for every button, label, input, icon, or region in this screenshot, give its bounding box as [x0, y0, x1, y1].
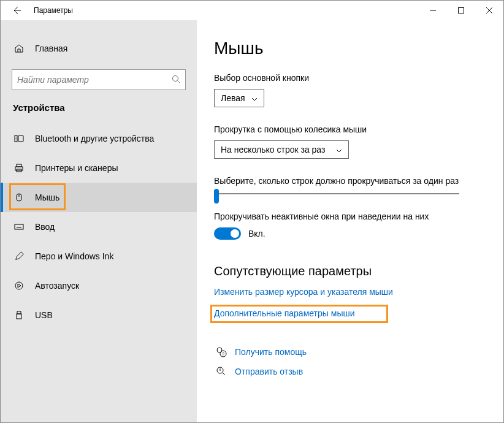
dropdown-value: На несколько строк за раз [221, 145, 325, 154]
home-nav[interactable]: Главная [1, 36, 197, 61]
primary-button-label: Выбор основной кнопки [214, 73, 486, 83]
slider-thumb[interactable] [214, 189, 219, 204]
svg-rect-7 [18, 135, 23, 142]
sidebar-item-label: Принтеры и сканеры [35, 163, 118, 173]
related-header: Сопутствующие параметры [214, 264, 486, 278]
close-button[interactable] [475, 1, 503, 20]
sidebar-item-typing[interactable]: Ввод [1, 212, 197, 242]
home-label: Главная [35, 44, 67, 53]
svg-rect-1 [459, 8, 464, 13]
scroll-dropdown[interactable]: На несколько строк за раз [214, 140, 349, 159]
pen-icon [13, 251, 25, 261]
inactive-toggle[interactable] [214, 227, 241, 240]
chevron-down-icon [336, 145, 342, 154]
sidebar-item-label: USB [35, 310, 53, 320]
back-button[interactable] [7, 1, 26, 20]
sidebar-item-autoplay[interactable]: Автозапуск [1, 271, 197, 300]
sidebar-item-printers[interactable]: Принтеры и сканеры [1, 153, 197, 183]
svg-rect-20 [17, 311, 21, 314]
lines-slider[interactable] [214, 193, 459, 194]
primary-button-dropdown[interactable]: Левая [214, 89, 264, 107]
help-icon: ? [214, 346, 229, 357]
scroll-label: Прокрутка с помощью колесика мыши [214, 124, 486, 134]
link-get-help[interactable]: Получить помощь [235, 347, 307, 357]
link-feedback[interactable]: Отправить отзыв [235, 367, 303, 376]
home-icon [13, 44, 25, 53]
sidebar-item-label: Автозапуск [35, 281, 79, 291]
svg-rect-14 [15, 224, 23, 229]
svg-point-4 [173, 75, 178, 81]
toggle-state: Вкл. [248, 229, 265, 238]
link-advanced-mouse[interactable]: Дополнительные параметры мыши [214, 308, 355, 318]
search-input[interactable] [12, 69, 186, 90]
search-icon [172, 75, 180, 85]
window-title: Параметры [34, 6, 73, 15]
bluetooth-icon [13, 134, 25, 143]
keyboard-icon [13, 222, 25, 232]
inactive-label: Прокручивать неактивные окна при наведен… [214, 212, 486, 221]
mouse-icon [13, 192, 25, 202]
dropdown-value: Левая [221, 93, 245, 103]
page-title: Мышь [214, 39, 486, 58]
svg-rect-21 [17, 314, 21, 319]
usb-icon [13, 310, 25, 320]
sidebar-item-label: Мышь [35, 192, 59, 202]
sidebar-item-label: Ввод [35, 222, 55, 232]
autoplay-icon [13, 281, 25, 291]
maximize-button[interactable] [447, 1, 475, 20]
chevron-down-icon [251, 93, 258, 103]
lines-label: Выберите, сколько строк должно прокручив… [214, 176, 486, 186]
feedback-icon [214, 366, 229, 377]
search-field[interactable] [17, 75, 172, 85]
section-header: Устройства [1, 102, 197, 124]
svg-rect-9 [17, 164, 21, 167]
sidebar-item-pen[interactable]: Перо и Windows Ink [1, 242, 197, 271]
sidebar-item-mouse[interactable]: Мышь [1, 183, 197, 212]
printer-icon [13, 163, 25, 173]
svg-point-19 [15, 282, 23, 289]
sidebar-item-usb[interactable]: USB [1, 300, 197, 330]
svg-point-8 [16, 139, 17, 139]
sidebar-item-label: Bluetooth и другие устройства [35, 134, 154, 143]
sidebar-item-label: Перо и Windows Ink [35, 251, 113, 261]
minimize-button[interactable] [419, 1, 447, 20]
sidebar-item-bluetooth[interactable]: Bluetooth и другие устройства [1, 124, 197, 153]
link-cursor-size[interactable]: Изменить размер курсора и указателя мыши [214, 287, 486, 297]
svg-line-5 [178, 80, 180, 83]
svg-text:?: ? [222, 352, 224, 356]
